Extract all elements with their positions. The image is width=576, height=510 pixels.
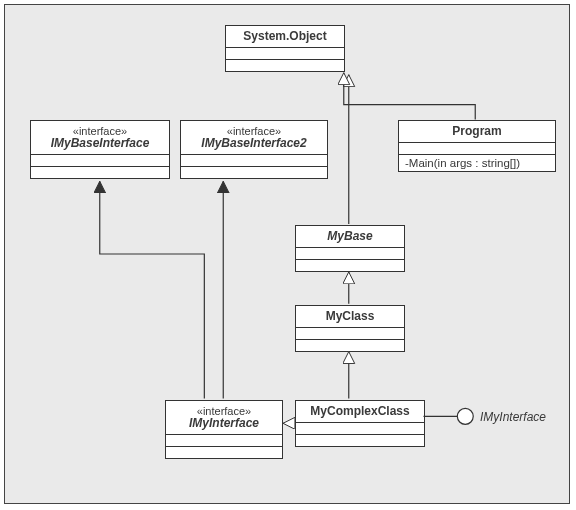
class-title: MyComplexClass [296,401,424,422]
class-ops [226,59,344,71]
lollipop-label: IMyInterface [480,410,546,424]
class-name-label: Program [452,124,501,138]
class-mybase: MyBase [295,225,405,272]
class-name-label: IMyBaseInterface2 [201,136,306,150]
class-attrs [166,434,282,446]
class-title: MyClass [296,306,404,327]
class-attrs [31,154,169,166]
class-program: Program -Main(in args : string[]) [398,120,556,172]
class-ops: -Main(in args : string[]) [399,154,555,171]
class-name-label: MyClass [326,309,375,323]
class-name-label: MyBase [327,229,372,243]
class-attrs [181,154,327,166]
class-ops [31,166,169,178]
connector-layer [5,5,569,503]
diagram-frame: System.Object «interface» IMyBaseInterfa… [4,4,570,504]
class-myclass: MyClass [295,305,405,352]
class-name-label: MyComplexClass [310,404,409,418]
class-attrs [296,327,404,339]
class-attrs [296,422,424,434]
class-ops [166,446,282,458]
class-system-object: System.Object [225,25,345,72]
class-title: System.Object [226,26,344,47]
class-attrs [296,247,404,259]
class-title: «interface» IMyBaseInterface2 [181,121,327,154]
class-ops [181,166,327,178]
class-name-label: IMyBaseInterface [51,136,150,150]
class-title: «interface» IMyInterface [166,401,282,434]
class-imybaseinterface2: «interface» IMyBaseInterface2 [180,120,328,179]
class-attrs [399,142,555,154]
class-ops [296,259,404,271]
class-title: Program [399,121,555,142]
gen-imyinterface-to-imybaseinterface [100,181,205,398]
class-name-label: System.Object [243,29,326,43]
class-imyinterface: «interface» IMyInterface [165,400,283,459]
lollipop-ball-icon [457,408,473,424]
class-attrs [226,47,344,59]
class-ops [296,339,404,351]
class-title: «interface» IMyBaseInterface [31,121,169,154]
class-ops [296,434,424,446]
class-mycomplexclass: MyComplexClass [295,400,425,447]
gen-program-to-systemobject [344,73,475,120]
class-title: MyBase [296,226,404,247]
class-imybaseinterface: «interface» IMyBaseInterface [30,120,170,179]
class-name-label: IMyInterface [189,416,259,430]
